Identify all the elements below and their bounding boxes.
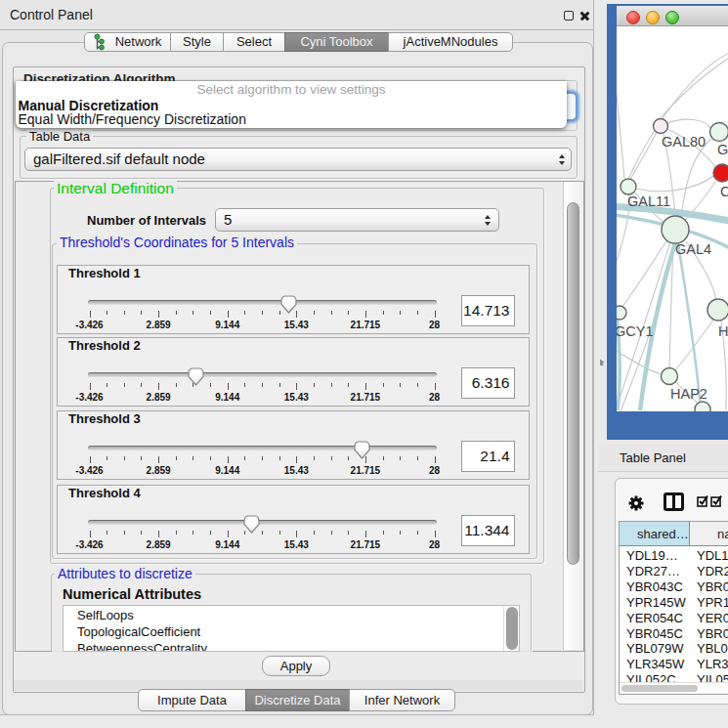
svg-text:GAL4: GAL4 [675,241,711,257]
svg-text:GAL11: GAL11 [627,193,670,209]
svg-text:GCY1: GCY1 [617,323,654,339]
svg-text:H: H [718,323,728,339]
svg-text:G: G [717,142,728,157]
svg-text:HAP2: HAP2 [670,386,707,402]
svg-text:GAL80: GAL80 [662,134,706,150]
svg-text:C: C [720,184,728,199]
